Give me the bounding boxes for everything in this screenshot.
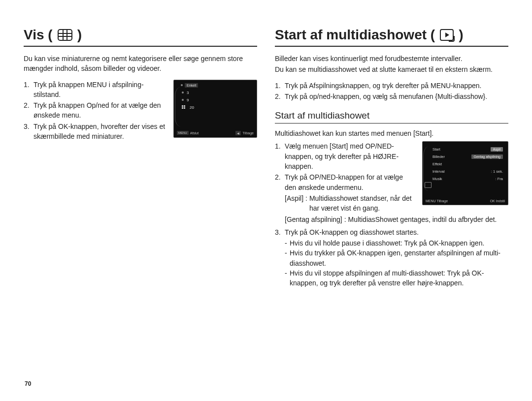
slideshow-intro-2: Du kan se multidiasshowet ved at slutte … [275, 64, 506, 74]
menu-value-musik: : Fra [496, 177, 503, 181]
heading-vis-close: ) [77, 27, 82, 43]
lcd2-footer-right-label: Indstil [496, 199, 505, 203]
lcd-footer-right: ◀ Tilbage [235, 131, 254, 135]
menu-line-billeder: Billeder Gentag afspilning [426, 153, 505, 160]
lcd-enkelt-label: Enkelt [185, 83, 198, 88]
slideshow-side-icon [425, 182, 432, 188]
menu-line-musik: Musik : Fra [426, 175, 505, 183]
slideshow-play-icon [440, 29, 454, 41]
vis-step-2: 2. Tryk på knappen Op/ned for at vælge d… [24, 100, 166, 121]
sub-step-1: 1. Vælg menuen [Start] med OP/NED-knappe… [275, 141, 415, 171]
menu-label-musik: Musik [432, 177, 442, 181]
heading-vis-text: Vis ( [24, 27, 53, 43]
heading-slideshow: Start af multidiashowet ( ) [275, 27, 508, 47]
vis-intro: Du kan vise miniaturerne og nemt kategor… [24, 54, 255, 74]
lcd2-footer-left: MENU Tilbage [426, 199, 448, 203]
slideshow-steps-row: 1. Vælg menuen [Start] med OP/NED-knappe… [275, 141, 508, 213]
heading-vis: Vis ( ) [24, 27, 257, 47]
menu-line-start: Start Aspil [426, 146, 505, 153]
lcd2-footer: MENU Tilbage OK Indstil [426, 199, 505, 203]
bullet-2: - Hvis du trykker på OK-knappen igen, ge… [275, 248, 508, 268]
lcd-arc-decor [175, 87, 186, 126]
menu-line-effekt: Effekt [426, 160, 505, 168]
def-gentag: [Gentag afspilning] : MultidiasShowet ge… [275, 215, 508, 224]
lcd-thumbnail-screenshot: Enkelt 3 9 20 MENU Afslut [173, 80, 257, 138]
bullet-3: - Hvis du vil stoppe afspilningen af mul… [275, 268, 508, 288]
lcd-row-enkelt: Enkelt [177, 83, 254, 88]
menu-value-gentag: Gentag afspilning [471, 154, 503, 159]
thumbnail-grid-icon [58, 29, 72, 41]
vis-step-1: 1. Tryk på knappen MENU i afspilning-sti… [24, 80, 166, 100]
bullet-1-text: Hvis du vil holde pause i diasshowet: Tr… [290, 238, 484, 248]
lcd2-footer-left-label: Tilbage [436, 199, 448, 203]
sub-step-2: 2. Tryk på OP/NED-knappen for at vælge d… [275, 172, 415, 192]
lcd-row-20: 20 [177, 105, 254, 110]
top-step-2: 2. Tryk på op/ned-knappen, og vælg så me… [275, 92, 508, 101]
lcd2-footer-right: OK Indstil [490, 199, 505, 203]
lcd-footer-left: MENU Afslut [177, 131, 199, 135]
slideshow-top-steps: 1. Tryk på Afspilningsknappen, og tryk d… [275, 81, 508, 102]
step-3-block: 3. Tryk på OK-knappen og diasshowet star… [275, 227, 508, 288]
manual-page: Vis ( ) Du kan vise miniaturerne og nemt… [0, 0, 532, 401]
subheading-start: Start af multidiashowet [275, 110, 508, 123]
bullet-1: - Hvis du vil holde pause i diasshowet: … [275, 238, 508, 248]
heading-slideshow-text: Start af multidiashowet ( [275, 27, 435, 43]
lcd-value-9: 9 [187, 98, 189, 102]
vis-step-3: 3. Tryk på OK-knappen, hvorefter der vis… [24, 122, 166, 142]
lcd-value-3: 3 [187, 91, 189, 95]
menu-label-billeder: Billeder [432, 154, 445, 159]
lcd-footer-left-label: Afslut [190, 131, 199, 135]
sub-intro: Multidiashowet kan kun startes med menue… [275, 128, 506, 138]
menu-value-interval: : 1 sek. [491, 169, 503, 174]
bullet-2-text: Hvis du trykker på OK-knappen igen, gens… [290, 248, 508, 268]
slideshow-intro-1: Billeder kan vises kontinuerligt med for… [275, 54, 506, 63]
vis-steps-row: 1. Tryk på knappen MENU i afspilning-sti… [24, 80, 257, 143]
ok-key-icon: OK [490, 199, 495, 203]
menu-key-icon: MENU [426, 199, 436, 203]
left-key-icon: ◀ [235, 131, 241, 135]
slideshow-sub-steps: 1. Vælg menuen [Start] med OP/NED-knappe… [275, 141, 415, 213]
vis-steps: 1. Tryk på knappen MENU i afspilning-sti… [24, 80, 166, 143]
lcd-footer: MENU Afslut ◀ Tilbage [177, 131, 254, 135]
dot-icon [181, 84, 183, 86]
page-number: 70 [25, 380, 31, 387]
menu-label-interval: Interval [432, 169, 445, 174]
menu-label-start: Start [432, 147, 440, 152]
lcd-slideshow-screenshot: Start Aspil Billeder Gentag afspilning E… [422, 141, 508, 205]
top-step-1: 1. Tryk på Afspilningsknappen, og tryk d… [275, 81, 508, 91]
menu-key-icon: MENU [177, 131, 189, 135]
menu-label-effekt: Effekt [432, 162, 442, 166]
menu-line-interval: Interval : 1 sek. [426, 168, 505, 175]
lcd-row-9: 9 [177, 98, 254, 102]
right-column: Start af multidiashowet ( ) Billeder kan… [275, 27, 508, 386]
lcd-value-20: 20 [190, 105, 194, 110]
def-aspil: [Aspil] : Multidiasshowet standser, når … [275, 193, 415, 214]
lcd-footer-right-label: Tilbage [242, 131, 254, 135]
heading-slideshow-close: ) [459, 27, 463, 43]
sub-step-3: 3. Tryk på OK-knappen og diasshowet star… [275, 227, 508, 237]
menu-value-aspil: Aspil [491, 147, 503, 152]
lcd-row-3: 3 [177, 91, 254, 95]
left-column: Vis ( ) Du kan vise miniaturerne og nemt… [24, 27, 257, 386]
bullet-3-text: Hvis du vil stoppe afspilningen af multi… [290, 268, 508, 288]
